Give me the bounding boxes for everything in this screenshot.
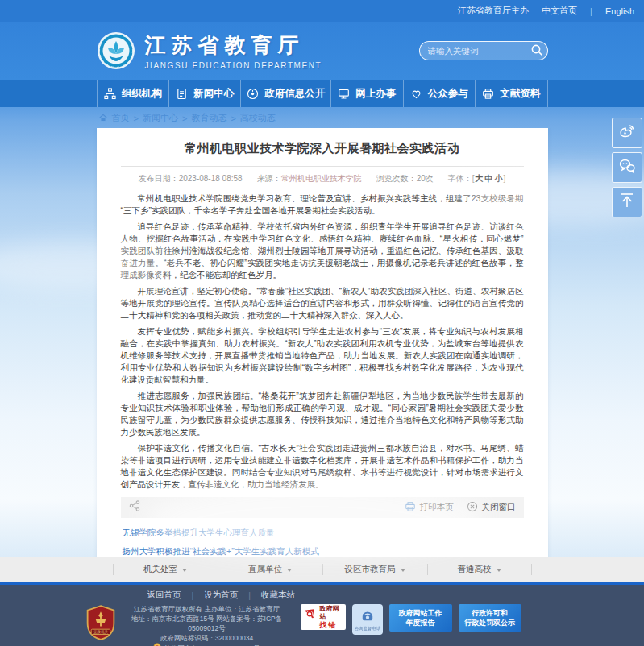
quick-nav-bar: 机关处室 直属单位 设区市教育局 普通高校 [0, 557, 644, 582]
footer-link-set-home[interactable]: 设为首页 [204, 590, 238, 601]
online-service-icon [338, 88, 350, 100]
footer-link-home[interactable]: 返回首页 [147, 590, 181, 601]
article-paragraph: 推进志愿服务，加强民族团结。“格桑花开”筑梦团奔赴新疆伊犁地区，为当地少数民族学… [121, 390, 524, 438]
font-size-medium[interactable]: 中 [485, 174, 493, 183]
nav-item-public-participation[interactable]: 公众参与 [403, 80, 475, 107]
wechat-share-button[interactable] [612, 152, 642, 183]
copyright-line: 江苏省教育厅版权所有 主办单位：江苏省教育厅 [123, 604, 291, 614]
site-name-english: JIANGSU EDUCATION DEPARTMENT [145, 61, 322, 70]
footer-text: 江苏省教育厅版权所有 主办单位：江苏省教育厅 地址：南京市北京西路15号 网站备… [123, 604, 291, 646]
nav-item-news[interactable]: 新闻中心 [168, 80, 240, 107]
font-size-switcher: 字体：[大中小] [448, 173, 506, 184]
quick-nav-departments[interactable]: 机关处室 [113, 564, 218, 575]
related-link[interactable]: 扬州大学积极推进“社会实践+”大学生实践育人新模式 [123, 546, 522, 557]
nav-item-label: 公众参与 [428, 87, 468, 101]
chevron-down-icon [497, 569, 501, 572]
article-title: 常州机电职业技术学院深入开展暑期社会实践活动 [121, 141, 524, 156]
site-title: 江苏省教育厅 JIANGSU EDUCATION DEPARTMENT [145, 31, 322, 70]
breadcrumb-separator: > [182, 114, 187, 123]
jiangsu-education-logo-icon[interactable] [97, 31, 135, 70]
topbar: 江苏省教育厅主办 中文首页 | English [0, 0, 644, 22]
supervision-phone-badge[interactable]: 咨询监督电话 [352, 604, 383, 635]
find-error-magnifier-icon [303, 608, 318, 626]
font-size-small[interactable]: 小 [495, 174, 503, 183]
search-icon [530, 43, 543, 59]
chevron-down-icon [287, 569, 292, 572]
annual-report-badge[interactable]: 政府网站工作 年度报告 [389, 604, 452, 632]
related-links: 无锡学院多举措提升大学生心理育人质量 扬州大学积极推进“社会实践+”大学生实践育… [121, 518, 524, 557]
publish-date: 发布日期：2023-08-18 08:58 [139, 173, 243, 184]
content-area: 常州机电职业技术学院深入开展暑期社会实践活动 发布日期：2023-08-18 0… [0, 128, 644, 557]
nav-item-label: 文献资料 [500, 87, 540, 101]
footer-separator: | [248, 590, 251, 600]
footer-links: 返回首页 | 设为首页 | 收藏本站 [85, 589, 560, 602]
documents-icon [482, 88, 494, 100]
topbar-link-chinese-home[interactable]: 中文首页 [542, 5, 577, 17]
nav-item-label: 政府信息公开 [264, 87, 325, 101]
chevron-down-icon [182, 569, 187, 572]
printer-icon [405, 501, 416, 514]
breadcrumb-separator: > [231, 114, 235, 123]
back-to-top-button[interactable] [612, 187, 642, 217]
site-header: 江苏省教育厅 JIANGSU EDUCATION DEPARTMENT [0, 22, 644, 80]
article-paragraph: 发挥专业优势，赋能乡村振兴。学校组织引导学生走进农村参与“三农”发展，将专业知识… [121, 325, 524, 386]
breadcrumb-college-news[interactable]: 高校动态 [240, 112, 276, 124]
related-link[interactable]: 无锡学院多举措提升大学生心理育人质量 [123, 528, 522, 539]
quick-nav-affiliated-units[interactable]: 直属单位 [218, 564, 322, 575]
article-paragraph: 常州机电职业技术学院围绕党史学习教育、理论普及宣讲、乡村振兴实践等主线，组建了2… [121, 193, 524, 217]
share-icon [129, 500, 140, 515]
article-paragraph: 开展理论宣讲，坚定初心使命。“常春藤”社区实践团、“新农人”助农实践团深入社区、… [121, 285, 524, 321]
close-window-button[interactable]: 关闭窗口 [467, 501, 516, 514]
nav-item-documents[interactable]: 文献资料 [475, 80, 547, 107]
search-input[interactable] [428, 46, 530, 56]
footer-link-bookmark[interactable]: 收藏本站 [261, 590, 295, 601]
quick-nav-universities[interactable]: 普通高校 [427, 564, 532, 575]
breadcrumb-news-center[interactable]: 新闻中心 [143, 112, 178, 124]
weibo-share-button[interactable] [612, 118, 642, 148]
article-paragraph: 保护非遗文化，传播文化自信。“吉水长天”社会实践团走进贵州三都水族自治县，对水书… [121, 442, 524, 491]
main-nav: 组织机构 新闻中心 政府信息公开 网上办事 [0, 80, 644, 107]
public-participation-icon [410, 88, 422, 100]
nav-item-organization[interactable]: 组织机构 [97, 80, 168, 107]
footer-separator: | [192, 590, 194, 600]
font-size-large[interactable]: 大 [476, 174, 484, 183]
breadcrumb-separator: > [134, 114, 139, 123]
home-icon [98, 113, 108, 124]
gov-shield-badge-icon[interactable]: 党政机关 [85, 604, 117, 644]
search-button[interactable] [530, 43, 544, 58]
share-button[interactable] [129, 500, 140, 515]
nav-item-online-service[interactable]: 网上办事 [330, 80, 402, 107]
gov-site-error-report-badge[interactable]: 政府网站 找错 [301, 604, 346, 630]
info-disclosure-icon [247, 88, 259, 100]
police-emblem-icon [153, 643, 161, 646]
breadcrumb-education-news[interactable]: 教育动态 [191, 112, 226, 124]
address-line: 地址：南京市北京西路15号 网站备案号：苏ICP备05009012号 [123, 614, 291, 633]
topbar-link-english[interactable]: English [605, 6, 634, 16]
print-page-button[interactable]: 打印本页 [405, 501, 454, 514]
nav-item-label: 新闻中心 [193, 87, 234, 101]
topbar-link-host[interactable]: 江苏省教育厅主办 [458, 5, 529, 17]
topbar-separator: | [590, 6, 592, 16]
dual-publicity-badge[interactable]: 行政许可和 行政处罚双公示 [459, 604, 521, 632]
share-bar: 打印本页 关闭窗口 [121, 497, 524, 518]
nav-item-info-disclosure[interactable]: 政府信息公开 [240, 80, 330, 107]
search-box [419, 41, 548, 60]
svg-text:党政机关: 党政机关 [93, 629, 108, 635]
back-to-top-icon [617, 191, 637, 213]
nav-item-label: 网上办事 [355, 87, 396, 101]
wechat-icon [617, 156, 637, 179]
page: 江苏省教育厅主办 中文首页 | English 江苏省教育厅 [0, 0, 644, 646]
view-count: 浏览次数：20次 [376, 173, 434, 184]
nav-item-label: 组织机构 [122, 87, 162, 101]
quick-nav-city-bureaus[interactable]: 设区市教育局 [322, 564, 427, 575]
article-paragraph: 追寻红色足迹，传承革命精神。学校依托省内外红色资源，组织青年学生开展追寻红色足迹… [121, 221, 524, 281]
article-meta: 发布日期：2023-08-18 08:58 来源：常州机电职业技术学院 浏览次数… [121, 167, 524, 193]
article-source: 来源：常州机电职业技术学院 [257, 173, 362, 184]
news-icon [176, 88, 188, 100]
breadcrumb: 首页 > 新闻中心 > 教育动态 > 高校动态 [97, 107, 548, 128]
weibo-icon [617, 122, 637, 144]
site-name: 江苏省教育厅 [145, 31, 322, 60]
site-id-line: 政府网站标识码：3200000034 [123, 633, 291, 643]
chevron-down-icon [401, 569, 405, 572]
breadcrumb-home[interactable]: 首页 [112, 112, 130, 124]
